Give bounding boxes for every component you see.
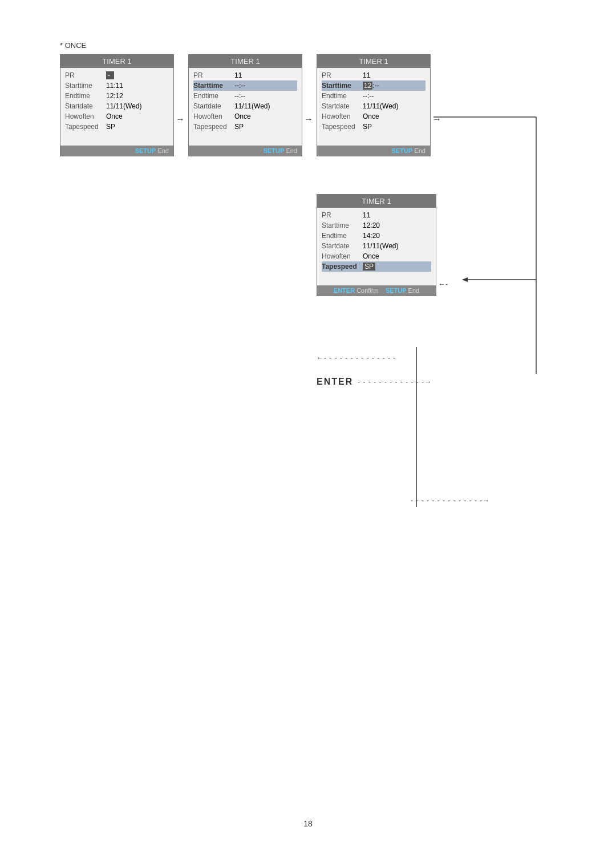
starttime-label-1: Starttime (65, 82, 106, 90)
endtime-row-2: Endtime --:-- (193, 91, 297, 101)
timer-body-2: PR 11 Starttime --:-- Endtime --:-- Star… (189, 68, 302, 146)
howoften-row-3: Howoften Once (322, 111, 425, 122)
endtime-value-1: 12:12 (106, 92, 169, 100)
timer-footer-3: SETUP End (317, 146, 430, 156)
howoften-label-1: Howoften (65, 112, 106, 120)
endtime-label-1: Endtime (65, 92, 106, 100)
pr-row-2: PR 11 (193, 70, 297, 80)
tapespeed-row-4: Tapespeed SP (322, 261, 431, 272)
page-number: 18 (303, 819, 313, 828)
tapespeed-row-1: Tapespeed SP (65, 122, 169, 132)
timer-footer-2: SETUP End (189, 146, 302, 156)
tapespeed-row-2: Tapespeed SP (193, 122, 297, 132)
pr-row-4: PR 11 (322, 210, 431, 220)
howoften-row-1: Howoften Once (65, 111, 169, 122)
timer-header-1: TIMER 1 (60, 55, 173, 68)
timer-panel-2: TIMER 1 PR 11 Starttime --:-- Endtime --… (188, 54, 302, 156)
timer-body-4: PR 11 Starttime 12:20 Endtime 14:20 Star… (317, 208, 436, 285)
endtime-row-1: Endtime 12:12 (65, 91, 169, 101)
timer-panel-4: TIMER 1 PR 11 Starttime 12:20 Endtime 14… (317, 194, 436, 296)
starttime-row-4: Starttime 12:20 (322, 220, 431, 231)
timer-footer-1: SETUP End (60, 146, 173, 156)
startdate-value-1: 11/11(Wed) (106, 102, 169, 110)
timer-panel-3: TIMER 1 PR 11 Starttime 12:-- Endtime --… (317, 54, 431, 156)
howoften-value-1: Once (106, 112, 169, 120)
startdate-row-2: Startdate 11/11(Wed) (193, 101, 297, 111)
pr-row-1: PR - (65, 70, 169, 80)
startdate-label-1: Startdate (65, 102, 106, 110)
tapespeed-row-3: Tapespeed SP (322, 122, 425, 132)
starttime-value-1: 11:11 (106, 82, 169, 90)
enter-flow-lines (411, 347, 525, 507)
starttime-row-2: Starttime --:-- (193, 80, 297, 91)
pr-label-1: PR (65, 71, 106, 79)
endtime-row-4: Endtime 14:20 (322, 231, 431, 241)
tapespeed-value-1: SP (106, 123, 169, 131)
timer-panel-1: TIMER 1 PR - Starttime 11:11 Endtime 12:… (60, 54, 174, 156)
startdate-row-1: Startdate 11/11(Wed) (65, 101, 169, 111)
timer-body-3: PR 11 Starttime 12:-- Endtime --:-- Star… (317, 68, 430, 146)
tapespeed-label-1: Tapespeed (65, 123, 106, 131)
timer-header-4: TIMER 1 (317, 195, 436, 208)
dashed-line-left-top: ←- - - - - - - - - - - - - - (317, 354, 396, 362)
timer-footer-4: ENTER Confirm SETUP End (317, 285, 436, 296)
pr-value-1: - (106, 71, 169, 79)
arrow-2-to-3: → (304, 114, 313, 124)
pr-row-3: PR 11 (322, 70, 425, 80)
endtime-row-3: Endtime --:-- (322, 91, 425, 101)
timer-header-3: TIMER 1 (317, 55, 430, 68)
svg-marker-3 (462, 277, 468, 282)
starttime-row-3: Starttime 12:-- (322, 80, 425, 91)
once-label: * ONCE (60, 41, 86, 50)
howoften-row-4: Howoften Once (322, 251, 431, 261)
timer-body-1: PR - Starttime 11:11 Endtime 12:12 Start… (60, 68, 173, 146)
startdate-row-4: Startdate 11/11(Wed) (322, 241, 431, 251)
arrow-1-to-2: → (176, 114, 185, 124)
startdate-row-3: Startdate 11/11(Wed) (322, 101, 425, 111)
timer-header-2: TIMER 1 (189, 55, 302, 68)
howoften-row-2: Howoften Once (193, 111, 297, 122)
dashed-line-right-bottom: - - - - - - - - - - - - - -→ (411, 497, 490, 505)
starttime-row-1: Starttime 11:11 (65, 80, 169, 91)
